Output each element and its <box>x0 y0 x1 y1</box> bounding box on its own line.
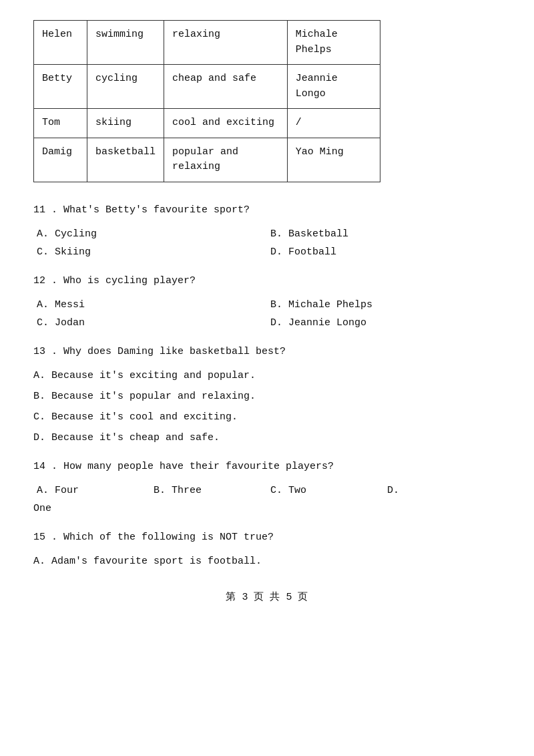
question-13: 13 . Why does Daming like basketball bes… <box>33 344 501 447</box>
question-text-13: 13 . Why does Daming like basketball bes… <box>33 344 501 360</box>
question-text-12: 12 . Who is cycling player? <box>33 273 501 289</box>
option-full-0: A. Because it's exciting and popular. <box>33 367 501 385</box>
question-14: 14 . How many people have their favourit… <box>33 459 501 518</box>
question-text-15: 15 . Which of the following is NOT true? <box>33 530 501 546</box>
option-full-2: C. Because it's cool and exciting. <box>33 408 501 426</box>
question-11: 11 . What's Betty's favourite sport?A. C… <box>33 202 501 261</box>
table-cell-player: Jeannie Longo <box>287 65 380 109</box>
table-cell-name: Helen <box>34 21 87 65</box>
table-cell-name: Betty <box>34 65 87 109</box>
table-row: HelenswimmingrelaxingMichale Phelps <box>34 21 380 65</box>
table-cell-reason: cool and exciting <box>164 109 288 138</box>
question-text-11: 11 . What's Betty's favourite sport? <box>33 202 501 218</box>
page-number: 第 3 页 共 5 页 <box>226 592 308 603</box>
option-full-0: A. Adam's favourite sport is football. <box>33 552 501 570</box>
option-1: B. Three <box>150 482 267 500</box>
option-c: C. Jodan <box>33 314 267 332</box>
info-table: HelenswimmingrelaxingMichale PhelpsBetty… <box>33 20 501 182</box>
table-cell-name: Tom <box>34 109 87 138</box>
option-d: D. Football <box>267 243 501 261</box>
page-footer: 第 3 页 共 5 页 <box>33 590 501 603</box>
option-c: C. Skiing <box>33 243 267 261</box>
option-3: D. <box>384 482 501 500</box>
option-one: One <box>33 500 501 518</box>
table-cell-sport: basketball <box>87 138 164 182</box>
option-b: B. Basketball <box>267 225 501 243</box>
table-cell-reason: relaxing <box>164 21 288 65</box>
option-2: C. Two <box>267 482 384 500</box>
table-cell-sport: swimming <box>87 21 164 65</box>
option-a: A. Messi <box>33 296 267 314</box>
table-cell-reason: popular and relaxing <box>164 138 288 182</box>
option-b: B. Michale Phelps <box>267 296 501 314</box>
options-row-1: A. CyclingB. Basketball <box>33 225 501 243</box>
table-cell-reason: cheap and safe <box>164 65 288 109</box>
option-d: D. Jeannie Longo <box>267 314 501 332</box>
option-full-3: D. Because it's cheap and safe. <box>33 429 501 447</box>
question-text-14: 14 . How many people have their favourit… <box>33 459 501 475</box>
table-cell-player: Yao Ming <box>287 138 380 182</box>
table-cell-player: / <box>287 109 380 138</box>
options-row-2: C. SkiingD. Football <box>33 243 501 261</box>
table-cell-sport: skiing <box>87 109 164 138</box>
option-full-1: B. Because it's popular and relaxing. <box>33 387 501 405</box>
table-row: Bettycyclingcheap and safeJeannie Longo <box>34 65 380 109</box>
table-cell-name: Damig <box>34 138 87 182</box>
table-row: Tomskiingcool and exciting/ <box>34 109 380 138</box>
questions-section: 11 . What's Betty's favourite sport?A. C… <box>33 202 501 570</box>
question-15: 15 . Which of the following is NOT true?… <box>33 530 501 570</box>
option-a: A. Cycling <box>33 225 267 243</box>
option-0: A. Four <box>33 482 150 500</box>
options-row-1: A. MessiB. Michale Phelps <box>33 296 501 314</box>
options-row-2: C. JodanD. Jeannie Longo <box>33 314 501 332</box>
table-row: Damigbasketballpopular and relaxingYao M… <box>34 138 380 182</box>
question-12: 12 . Who is cycling player?A. MessiB. Mi… <box>33 273 501 332</box>
table-cell-sport: cycling <box>87 65 164 109</box>
options-four-row: A. FourB. ThreeC. TwoD. <box>33 482 501 500</box>
table-cell-player: Michale Phelps <box>287 21 380 65</box>
